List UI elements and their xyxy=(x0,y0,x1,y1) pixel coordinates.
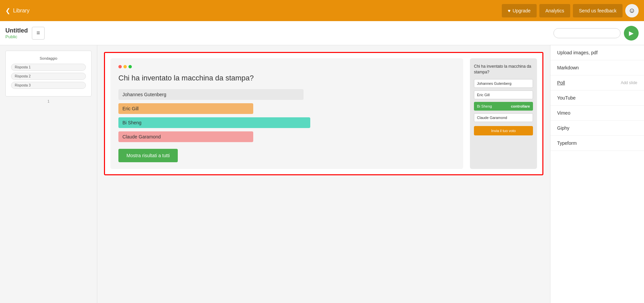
vote-button[interactable]: Invia il tuo voto xyxy=(474,126,533,135)
dot-green xyxy=(128,65,132,68)
right-panel: Upload images, pdf Markdown Poll Add sli… xyxy=(550,45,644,303)
presenter-view: Chi ha inventato la macchina da stampa? … xyxy=(110,58,463,169)
feedback-button[interactable]: Send us feedback xyxy=(573,4,623,17)
search-input[interactable] xyxy=(553,28,621,38)
slide-thumb-option-2: Risposta 2 xyxy=(11,73,86,80)
center-content: Chi ha inventato la macchina da stampa? … xyxy=(97,45,550,303)
controllare-label: controllare xyxy=(511,104,530,108)
participant-option-3-label: Bi Sheng xyxy=(477,104,492,108)
slide-thumb-option-3: Risposta 3 xyxy=(11,82,86,89)
poll-option-4: Claude Garamond xyxy=(118,131,253,142)
presentation-title: Untitled xyxy=(5,27,28,34)
dropdown-item-poll[interactable]: Poll Add slide xyxy=(550,75,644,90)
slide-thumbnail[interactable]: Sondaggio Risposta 1 Risposta 2 Risposta… xyxy=(5,51,92,97)
dropdown-item-typeform[interactable]: Typeform xyxy=(550,136,644,151)
back-icon: ❮ xyxy=(5,7,10,14)
status-badge: Public xyxy=(5,34,28,39)
dropdown-item-markdown[interactable]: Markdown xyxy=(550,60,644,75)
library-label: Library xyxy=(13,8,30,14)
show-results-button[interactable]: Mostra risultati a tutti xyxy=(118,149,178,162)
slide-number: 1 xyxy=(5,99,92,103)
main-layout: Sondaggio Risposta 1 Risposta 2 Risposta… xyxy=(0,45,644,303)
title-area: Untitled Public ≡ xyxy=(5,27,45,40)
upgrade-label: Upgrade xyxy=(513,8,531,13)
second-bar: Untitled Public ≡ ▶ xyxy=(0,21,644,45)
nav-right-area: ♥ Upgrade Analytics Send us feedback ☺ xyxy=(502,4,639,17)
analytics-button[interactable]: Analytics xyxy=(539,4,570,17)
slide-thumb-title: Sondaggio xyxy=(11,56,86,60)
participant-option-2[interactable]: Eric Gill xyxy=(474,90,533,99)
dropdown-item-vimeo[interactable]: Vimeo xyxy=(550,106,644,121)
avatar-button[interactable]: ☺ xyxy=(625,4,639,17)
poll-option-1: Johannes Gutenberg xyxy=(118,89,304,100)
upgrade-button[interactable]: ♥ Upgrade xyxy=(502,4,537,17)
dot-red xyxy=(118,65,122,68)
poll-option-3: Bi Sheng xyxy=(118,117,310,128)
dot-yellow xyxy=(123,65,127,68)
participant-option-1[interactable]: Johannes Gutenberg xyxy=(474,79,533,88)
play-button[interactable]: ▶ xyxy=(624,26,639,41)
avatar-icon: ☺ xyxy=(629,7,635,14)
participant-view: Chi ha inventato la macchina da stampa? … xyxy=(470,58,537,169)
slide-thumb-option-1: Risposta 1 xyxy=(11,64,86,71)
second-bar-right: ▶ xyxy=(553,26,639,41)
back-button[interactable]: ❮ Library xyxy=(5,7,30,14)
dropdown-item-upload[interactable]: Upload images, pdf xyxy=(550,45,644,60)
dropdown-item-giphy[interactable]: Giphy xyxy=(550,121,644,136)
poll-option-2: Eric Gill xyxy=(118,103,253,114)
play-icon: ▶ xyxy=(629,29,634,37)
top-nav: ❮ Library ♥ Upgrade Analytics Send us fe… xyxy=(0,0,644,21)
left-sidebar: Sondaggio Risposta 1 Risposta 2 Risposta… xyxy=(0,45,97,303)
title-info: Untitled Public xyxy=(5,27,28,39)
participant-option-4[interactable]: Claude Garamond xyxy=(474,113,533,122)
dropdown-item-youtube[interactable]: YouTube xyxy=(550,90,644,106)
poll-question: Chi ha inventato la macchina da stampa? xyxy=(118,74,455,82)
heart-icon: ♥ xyxy=(508,8,511,13)
window-dots xyxy=(118,65,455,68)
add-slide-label: Add slide xyxy=(621,80,637,85)
participant-option-3-selected[interactable]: Bi Sheng controllare xyxy=(474,102,533,111)
participant-question: Chi ha inventato la macchina da stampa? xyxy=(474,64,533,75)
menu-button[interactable]: ≡ xyxy=(32,27,45,40)
poll-preview-wrapper: Chi ha inventato la macchina da stampa? … xyxy=(104,52,543,175)
